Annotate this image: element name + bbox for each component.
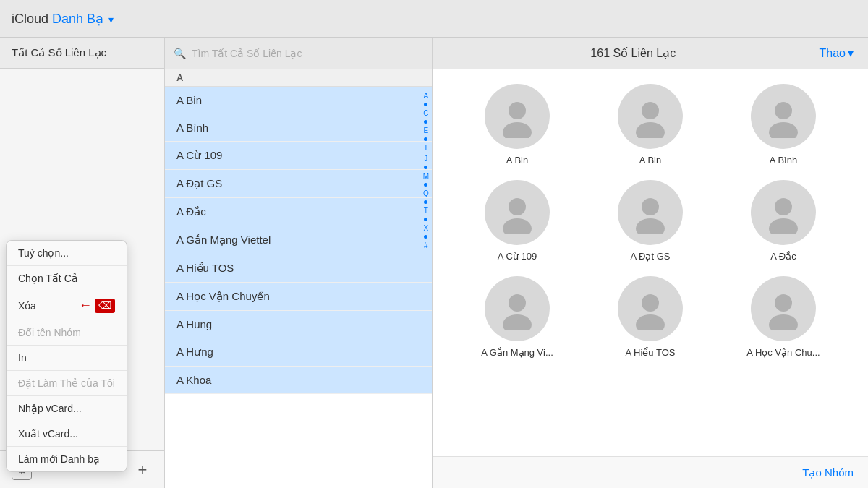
contact-card-2[interactable]: A Bin [587, 84, 713, 166]
svg-point-9 [636, 218, 665, 234]
card-name-3: A Bình [770, 155, 797, 166]
avatar-person-icon-1 [495, 95, 539, 138]
card-name-4: A Cừ 109 [498, 251, 537, 262]
menu-item-in[interactable]: In [7, 346, 127, 371]
grid-content: A Bin A Bin A Bình [433, 69, 868, 456]
contact-item-a-binh[interactable]: A Bình [165, 114, 432, 142]
svg-point-15 [636, 314, 665, 330]
avatar-4 [485, 180, 550, 245]
contact-card-6[interactable]: A Đắc [720, 180, 846, 262]
contact-item-a-cu-109[interactable]: A Cừ 109 [165, 142, 432, 170]
thao-button[interactable]: Thao ▾ [820, 46, 854, 60]
alpha-m[interactable]: M [423, 171, 429, 181]
alpha-dot-5 [424, 183, 427, 187]
alpha-x[interactable]: X [423, 223, 429, 233]
contact-card-1[interactable]: A Bin [454, 84, 580, 166]
contact-item-a-bin[interactable]: A Bin [165, 87, 432, 114]
alpha-dot-7 [424, 218, 427, 221]
alpha-dot-6 [424, 200, 427, 204]
svg-point-16 [775, 294, 792, 312]
icloud-label: iCloud [12, 12, 48, 26]
card-name-2: A Bin [639, 155, 661, 166]
svg-point-3 [636, 122, 665, 138]
delete-arrow-indicator: ← ⌫ [79, 298, 115, 313]
alpha-t[interactable]: T [423, 206, 429, 215]
menu-item-chon-tat-ca[interactable]: Chọn Tất Cả [7, 266, 127, 291]
avatar-6 [751, 180, 816, 245]
contact-item-a-dac[interactable]: A Đắc [165, 198, 432, 226]
menu-item-xuat-vcard[interactable]: Xuất vCard... [7, 421, 127, 447]
contact-item-a-hoc-van-chuyen[interactable]: A Học Vận Chuyển [165, 283, 432, 311]
grid-panel: 161 Số Liên Lạc Thao ▾ A Bin [433, 38, 868, 488]
contact-card-3[interactable]: A Bình [720, 84, 846, 166]
card-name-1: A Bin [506, 155, 528, 166]
red-arrow-icon: ← [79, 298, 92, 313]
svg-point-12 [509, 294, 526, 312]
sidebar-header: Tất Cả Số Liên Lạc [0, 38, 164, 69]
svg-point-14 [642, 294, 659, 312]
svg-point-5 [769, 122, 798, 138]
alpha-i[interactable]: I [423, 143, 429, 153]
menu-item-dat-lam-the: Đặt Làm Thẻ của Tôi [7, 371, 127, 396]
thao-chevron: ▾ [848, 46, 854, 60]
menu-item-xoa[interactable]: Xóa ← ⌫ [7, 291, 127, 320]
contact-list-panel: 🔍 Tìm Tất Cả Số Liên Lạc A A Bin A Bình … [165, 38, 433, 488]
top-bar: iCloud Danh Bạ ▾ [0, 0, 868, 38]
xoa-label: Xóa [18, 300, 36, 312]
menu-item-tuy-chon[interactable]: Tuỳ chọn... [7, 241, 127, 266]
grid-title: 161 Số Liên Lạc [590, 46, 676, 60]
contact-card-4[interactable]: A Cừ 109 [454, 180, 580, 262]
svg-point-13 [503, 314, 532, 330]
svg-point-4 [775, 102, 792, 119]
sidebar: Tất Cả Số Liên Lạc Tuỳ chọn... Chọn Tất … [0, 38, 165, 488]
alpha-c[interactable]: C [423, 108, 429, 118]
contact-item-a-gan-mang-viettel[interactable]: A Gắn Mạng Viettel [165, 226, 432, 254]
search-placeholder[interactable]: Tìm Tất Cả Số Liên Lạc [192, 48, 302, 59]
avatar-2 [618, 84, 683, 149]
menu-item-lam-moi[interactable]: Làm mới Danh bạ [7, 447, 127, 471]
grid-footer: Tạo Nhóm [433, 456, 868, 488]
contact-item-a-hieu-tos[interactable]: A Hiểu TOS [165, 254, 432, 283]
alpha-hash[interactable]: # [423, 241, 429, 250]
alpha-a[interactable]: A [423, 91, 429, 100]
avatar-5 [618, 180, 683, 245]
contact-item-a-hung[interactable]: A Hung [165, 311, 432, 338]
grid-header: 161 Số Liên Lạc Thao ▾ [433, 38, 868, 69]
contact-card-9[interactable]: A Học Vận Chu... [720, 276, 846, 358]
svg-point-6 [509, 198, 526, 215]
contact-item-a-khoa[interactable]: A Khoa [165, 367, 432, 394]
add-button[interactable]: + [132, 460, 153, 480]
alpha-j[interactable]: J [423, 154, 429, 163]
alpha-dot-3 [424, 137, 427, 141]
menu-item-nhap-vcard[interactable]: Nhập vCard... [7, 396, 127, 421]
backspace-icon: ⌫ [95, 299, 115, 313]
contact-card-8[interactable]: A Hiểu TOS [587, 276, 713, 358]
svg-point-17 [769, 314, 798, 330]
danh-ba-chevron[interactable]: ▾ [109, 14, 114, 25]
avatar-person-icon-8 [629, 287, 672, 330]
avatar-8 [618, 276, 683, 341]
svg-point-1 [503, 122, 532, 138]
alpha-e[interactable]: E [423, 126, 429, 135]
card-name-7: A Gắn Mạng Vi... [481, 347, 553, 358]
alpha-dot-1 [424, 103, 427, 106]
svg-point-2 [642, 102, 659, 119]
card-name-6: A Đắc [770, 251, 796, 262]
avatar-7 [485, 276, 550, 341]
contact-item-a-huong[interactable]: A Hưng [165, 338, 432, 367]
menu-item-doi-ten-nhom: Đổi tên Nhóm [7, 320, 127, 346]
card-name-9: A Học Vận Chu... [746, 347, 820, 358]
avatar-person-icon-5 [629, 191, 672, 234]
search-bar: 🔍 Tìm Tất Cả Số Liên Lạc [165, 38, 432, 69]
card-name-8: A Hiểu TOS [626, 347, 676, 358]
contact-card-7[interactable]: A Gắn Mạng Vi... [454, 276, 580, 358]
contact-item-a-dat-gs[interactable]: A Đạt GS [165, 170, 432, 198]
contact-card-5[interactable]: A Đạt GS [587, 180, 713, 262]
contact-list: A A Bin A Bình A Cừ 109 A Đạt GS A Đắc A… [165, 69, 432, 488]
avatar-1 [485, 84, 550, 149]
app-title: iCloud Danh Bạ ▾ [12, 11, 114, 27]
tao-nhom-button[interactable]: Tạo Nhóm [802, 466, 854, 479]
alpha-q[interactable]: Q [423, 189, 429, 198]
avatar-person-icon-2 [629, 95, 672, 138]
card-name-5: A Đạt GS [631, 251, 671, 262]
